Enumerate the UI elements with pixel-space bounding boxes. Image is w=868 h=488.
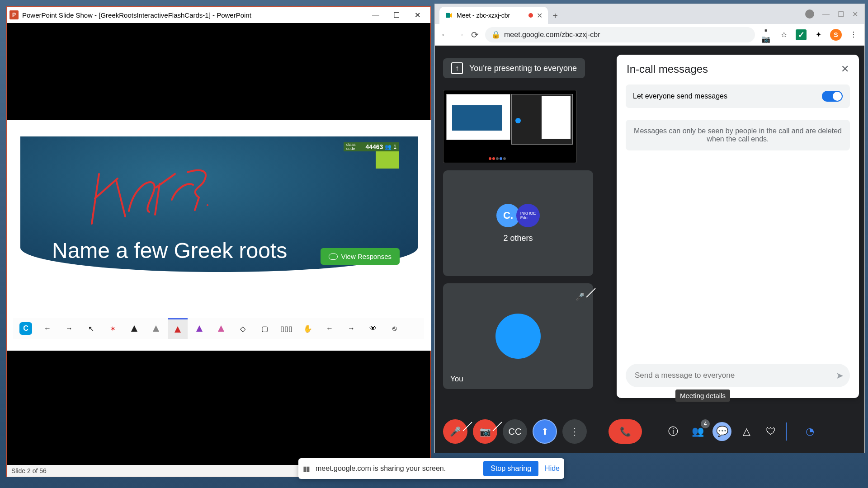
svg-rect-0 [446, 13, 450, 18]
allow-messages-toggle[interactable] [822, 91, 843, 102]
cursor-dot [207, 204, 208, 206]
powerpoint-title: PowerPoint Slide Show - [GreekRootsInter… [22, 11, 362, 19]
bookmark-star-icon[interactable]: ☆ [778, 29, 789, 40]
toolbar-pen-purple[interactable] [189, 318, 209, 339]
classwork-toolbar: C ← → ↖ ✶ ◇ ▢ ▯▯▯ ✋ ← → 👁 ⎋ [13, 318, 424, 339]
chat-input-row: ➤ [626, 364, 850, 387]
maximize-button[interactable]: ☐ [386, 7, 407, 23]
address-bar[interactable]: 🔒 meet.google.com/zbc-xzxj-cbr [485, 27, 755, 42]
camera-icon[interactable]: ▪️📷 [761, 29, 772, 40]
ink-annotation-notes [75, 166, 228, 238]
slide-counter: Slide 2 of 56 [11, 467, 47, 474]
view-responses-button[interactable]: View Responses [321, 248, 400, 265]
toolbar-laser[interactable]: ✶ [103, 318, 123, 339]
allow-messages-row: Let everyone send messages [626, 84, 850, 108]
recording-indicator-icon [528, 13, 533, 18]
forward-button: → [456, 29, 465, 40]
toolbar-pen-pink[interactable] [211, 318, 231, 339]
toolbar-forward[interactable]: → [59, 318, 79, 339]
slide-content: class code 44463 👥 1 Name a f [20, 136, 418, 272]
present-icon [451, 62, 463, 74]
people-button[interactable]: 👥4 [688, 422, 707, 441]
mic-toggle-button[interactable]: 🎤 [443, 419, 467, 444]
profile-avatar[interactable]: S [830, 29, 842, 41]
hide-share-bar-button[interactable]: Hide [545, 465, 560, 473]
share-bar-text: meet.google.com is sharing your screen. [316, 465, 477, 473]
chat-message-input[interactable] [635, 371, 831, 380]
close-button[interactable]: ✕ [407, 7, 428, 23]
toolbar-prev[interactable]: ← [320, 318, 340, 339]
extensions-puzzle-icon[interactable]: ✦ [813, 29, 824, 40]
toolbar-pen-black[interactable] [124, 318, 144, 339]
slide-prompt: Name a few Greek roots [52, 238, 287, 263]
toolbar-back[interactable]: ← [38, 318, 57, 339]
minimize-button[interactable]: — [365, 7, 386, 23]
presenting-banner: You're presenting to everyone [443, 58, 585, 78]
toolbar-exit[interactable]: ⎋ [385, 318, 405, 339]
tab-close-button[interactable]: ✕ [537, 11, 542, 20]
chat-button[interactable]: 💬 [712, 422, 731, 441]
powerpoint-window: P PowerPoint Slide Show - [GreekRootsInt… [6, 6, 431, 477]
more-options-button[interactable]: ⋮ [562, 419, 587, 444]
toolbar-pen-outline[interactable] [146, 318, 166, 339]
send-icon[interactable]: ➤ [836, 370, 844, 381]
class-code-badge: class code 44463 👥 1 [344, 142, 399, 151]
toolbar-next[interactable]: → [341, 318, 361, 339]
presentation-thumbnail[interactable] [443, 90, 577, 163]
you-label: You [450, 375, 463, 384]
extension-green-icon[interactable]: ✓ [796, 29, 807, 40]
host-controls-button[interactable]: 🛡 [761, 422, 780, 441]
others-count-label: 2 others [503, 234, 533, 243]
allow-messages-label: Let everyone send messages [633, 92, 727, 100]
toolbar-hand[interactable]: ✋ [298, 318, 318, 339]
meeting-details-button[interactable]: ⓘ [664, 422, 683, 441]
meet-control-bar: 🎤 📷 CC ⬆ ⋮ 📞 ⓘ 👥4 💬 △ 🛡 ◔ [435, 410, 864, 453]
powerpoint-app-icon: P [9, 10, 19, 19]
back-button[interactable]: ← [440, 29, 449, 40]
cloud-icon [329, 253, 338, 260]
participant-avatar-inkhoe: INKHOEEdu [516, 204, 540, 227]
chrome-close[interactable]: ✕ [852, 10, 858, 19]
reload-button[interactable]: ⟳ [471, 29, 479, 40]
toolbar-eraser[interactable]: ◇ [233, 318, 253, 339]
toolbar-hide[interactable]: 👁 [363, 318, 383, 339]
toolbar-poll[interactable]: ▯▯▯ [276, 318, 296, 339]
tab-title: Meet - zbc-xzxj-cbr [457, 12, 510, 19]
present-screen-button[interactable]: ⬆ [533, 419, 557, 444]
screen-share-bar: ▮▮ meet.google.com is sharing your scree… [298, 458, 564, 479]
chrome-toolbar: ← → ⟳ 🔒 meet.google.com/zbc-xzxj-cbr ▪️📷… [435, 24, 864, 46]
url-text: meet.google.com/zbc-xzxj-cbr [504, 31, 600, 39]
stop-sharing-button[interactable]: Stop sharing [483, 461, 538, 476]
leave-call-button[interactable]: 📞 [609, 419, 642, 444]
chat-info-text: Messages can only be seen by people in t… [626, 120, 850, 150]
people-count-badge: 4 [701, 419, 710, 428]
meet-main: You're presenting to everyone [435, 46, 864, 453]
pause-icon: ▮▮ [303, 465, 309, 473]
camera-toggle-button[interactable]: 📷 [473, 419, 497, 444]
others-tile[interactable]: C. INKHOEEdu 2 others [443, 170, 593, 276]
self-muted-icon: 🎤 [573, 290, 587, 303]
toolbar-screen[interactable]: ▢ [255, 318, 274, 339]
clock-button[interactable]: ◔ [800, 422, 819, 441]
meet-favicon-icon [445, 11, 453, 19]
powerpoint-titlebar[interactable]: P PowerPoint Slide Show - [GreekRootsInt… [7, 7, 430, 23]
chrome-maximize[interactable]: ☐ [838, 10, 844, 19]
chrome-menu-button[interactable]: ⋮ [848, 29, 859, 40]
green-tab[interactable] [376, 151, 399, 169]
activities-button[interactable]: △ [737, 422, 756, 441]
chrome-window: Meet - zbc-xzxj-cbr ✕ + — ☐ ✕ ← → ⟳ 🔒 me… [434, 4, 865, 453]
new-tab-button[interactable]: + [548, 8, 562, 24]
person-icon: 👥 [385, 144, 392, 150]
classwork-logo[interactable]: C [16, 318, 36, 339]
chrome-tab[interactable]: Meet - zbc-xzxj-cbr ✕ [439, 7, 548, 24]
lock-icon: 🔒 [491, 30, 500, 39]
powerpoint-slide-area: class code 44463 👥 1 Name a f [7, 23, 430, 477]
chrome-tabstrip: Meet - zbc-xzxj-cbr ✕ + — ☐ ✕ [435, 4, 864, 24]
search-tabs-button[interactable] [805, 9, 814, 19]
chat-close-button[interactable]: ✕ [841, 63, 849, 75]
you-tile[interactable]: 🎤 You [443, 283, 593, 389]
toolbar-pointer[interactable]: ↖ [81, 318, 101, 339]
chrome-minimize[interactable]: — [822, 10, 830, 18]
captions-button[interactable]: CC [503, 419, 527, 444]
toolbar-pen-red[interactable] [168, 318, 188, 339]
